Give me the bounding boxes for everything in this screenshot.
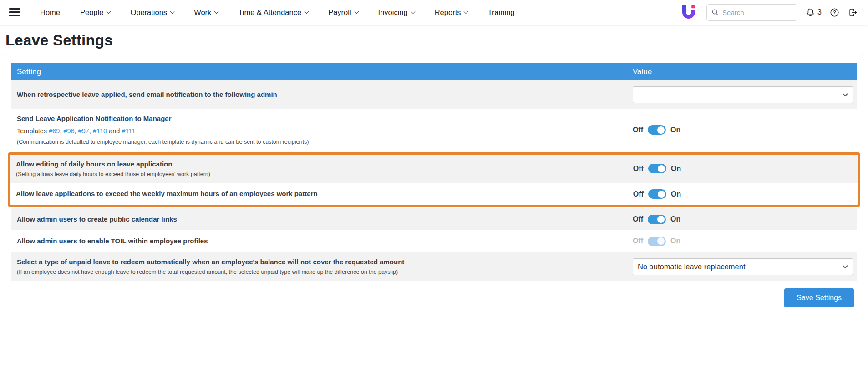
- nav-item-time-attendance[interactable]: Time & Attendance: [238, 8, 308, 17]
- template-link[interactable]: #96: [63, 127, 74, 135]
- toggle-knob: [658, 165, 665, 172]
- nav-item-label: Home: [40, 8, 60, 17]
- setting-cell: When retrospective leave applied, send e…: [11, 85, 633, 104]
- value-cell: OffOn: [633, 215, 857, 224]
- setting-label: When retrospective leave applied, send e…: [17, 90, 625, 99]
- setting-row-enable-toil: Allow admin users to enable TOIL within …: [11, 230, 857, 252]
- template-link[interactable]: #97: [78, 127, 89, 135]
- template-link[interactable]: #69: [49, 127, 60, 135]
- toggle-on-label: On: [670, 126, 680, 134]
- column-header-value: Value: [633, 67, 857, 76]
- retro-admin-select[interactable]: [633, 86, 853, 103]
- nav-item-label: Reports: [435, 8, 461, 17]
- page-title: Leave Settings: [5, 32, 868, 49]
- logout-button[interactable]: [848, 7, 858, 18]
- brand-logo-u[interactable]: [681, 4, 696, 20]
- toggle-on-label: On: [670, 237, 680, 245]
- setting-row-public-calendar-links: Allow admin users to create public calen…: [11, 208, 857, 230]
- table-header: Setting Value: [11, 63, 857, 80]
- chevron-down-icon: [464, 9, 468, 14]
- nav-item-operations[interactable]: Operations: [130, 8, 174, 17]
- main-nav: HomePeopleOperationsWorkTime & Attendanc…: [40, 8, 514, 17]
- toggle-exceed-weekly-max-group: OffOn: [633, 189, 681, 199]
- toggle-public-calendar-links[interactable]: [648, 215, 666, 224]
- nav-item-home[interactable]: Home: [40, 8, 60, 17]
- nav-item-label: Invoicing: [378, 8, 408, 17]
- nav-item-label: People: [80, 8, 103, 17]
- toggle-leave-notify-manager-group: OffOn: [633, 125, 680, 135]
- notifications-button[interactable]: 3: [805, 7, 822, 18]
- hamburger-icon[interactable]: [9, 8, 20, 16]
- setting-cell: Allow admin users to create public calen…: [11, 210, 633, 229]
- setting-note: (Communication is defaulted to employee …: [17, 138, 625, 146]
- logout-icon: [848, 7, 858, 18]
- nav-item-work[interactable]: Work: [194, 8, 218, 17]
- setting-cell: Allow admin users to enable TOIL within …: [11, 232, 633, 251]
- toggle-off-label: Off: [633, 190, 644, 198]
- nav-item-people[interactable]: People: [80, 8, 110, 17]
- templates-line: Templates #69, #96, #97, #110 and #111: [17, 127, 625, 135]
- chevron-down-icon: [107, 9, 111, 14]
- setting-cell: Allow editing of daily hours on leave ap…: [10, 155, 633, 183]
- nav-item-training[interactable]: Training: [487, 8, 514, 17]
- navbar-right-cluster: 3 ?: [681, 4, 858, 21]
- toggle-knob: [657, 216, 665, 223]
- setting-note: (If an employee does not have enough lea…: [17, 268, 625, 276]
- setting-row-leave-notify-manager: Send Leave Application Notification to M…: [11, 109, 857, 151]
- toggle-off-label: Off: [633, 215, 643, 223]
- template-link[interactable]: #111: [122, 127, 135, 135]
- toggle-exceed-weekly-max[interactable]: [648, 189, 666, 199]
- settings-rows: When retrospective leave applied, send e…: [11, 80, 857, 281]
- value-cell: OffOn: [633, 125, 857, 135]
- chevron-down-icon: [170, 9, 175, 14]
- toggle-leave-notify-manager[interactable]: [648, 125, 666, 135]
- setting-note: (Setting allows leave daily hours to exc…: [16, 171, 626, 178]
- setting-cell: Allow leave applications to exceed the w…: [10, 184, 633, 203]
- toggle-enable-toil: [648, 237, 666, 246]
- help-button[interactable]: ?: [829, 7, 840, 18]
- nav-item-label: Time & Attendance: [238, 8, 301, 17]
- chevron-down-icon: [305, 9, 309, 14]
- setting-row-exceed-weekly-max: Allow leave applications to exceed the w…: [10, 183, 858, 205]
- search-input[interactable]: [722, 9, 792, 16]
- toggle-off-label: Off: [633, 126, 643, 134]
- nav-item-label: Work: [194, 8, 211, 17]
- value-cell: OffOn: [633, 237, 857, 246]
- column-header-setting: Setting: [11, 67, 633, 76]
- svg-text:?: ?: [833, 10, 836, 15]
- save-settings-button[interactable]: Save Settings: [784, 288, 854, 307]
- toggle-enable-toil-group: OffOn: [633, 237, 680, 246]
- toggle-knob: [657, 237, 665, 245]
- setting-row-unpaid-leave-redeem: Select a type of unpaid leave to redeem …: [11, 252, 857, 281]
- nav-item-label: Training: [487, 8, 514, 17]
- chevron-down-icon: [354, 9, 359, 14]
- nav-item-payroll[interactable]: Payroll: [328, 8, 358, 17]
- toggle-edit-daily-hours[interactable]: [648, 164, 666, 173]
- toggle-knob: [658, 191, 665, 198]
- search-icon: [711, 9, 719, 16]
- toggle-edit-daily-hours-group: OffOn: [633, 164, 681, 173]
- toggle-on-label: On: [671, 165, 681, 173]
- nav-item-label: Payroll: [328, 8, 351, 17]
- unpaid-leave-select-wrap: No automatic leave replacement: [633, 258, 853, 275]
- nav-item-invoicing[interactable]: Invoicing: [378, 8, 415, 17]
- setting-cell: Send Leave Application Notification to M…: [11, 109, 633, 151]
- notification-count: 3: [817, 8, 822, 16]
- toggle-public-calendar-links-group: OffOn: [633, 215, 680, 224]
- toggle-off-label: Off: [633, 237, 643, 245]
- table-footer: Save Settings: [11, 281, 857, 317]
- nav-item-reports[interactable]: Reports: [435, 8, 468, 17]
- setting-label: Send Leave Application Notification to M…: [17, 114, 625, 123]
- toggle-off-label: Off: [633, 165, 644, 173]
- settings-card: Setting Value When retrospective leave a…: [5, 54, 863, 317]
- value-cell: No automatic leave replacement: [633, 258, 857, 275]
- bell-icon: [805, 7, 816, 18]
- setting-label: Allow admin users to enable TOIL within …: [17, 237, 625, 246]
- toggle-knob: [657, 126, 665, 134]
- chevron-down-icon: [214, 9, 219, 14]
- unpaid-leave-select[interactable]: No automatic leave replacement: [633, 258, 853, 275]
- template-link[interactable]: #110: [93, 127, 107, 135]
- setting-label: Allow admin users to create public calen…: [17, 215, 625, 224]
- setting-label: Allow editing of daily hours on leave ap…: [16, 160, 626, 169]
- value-cell: OffOn: [633, 164, 858, 173]
